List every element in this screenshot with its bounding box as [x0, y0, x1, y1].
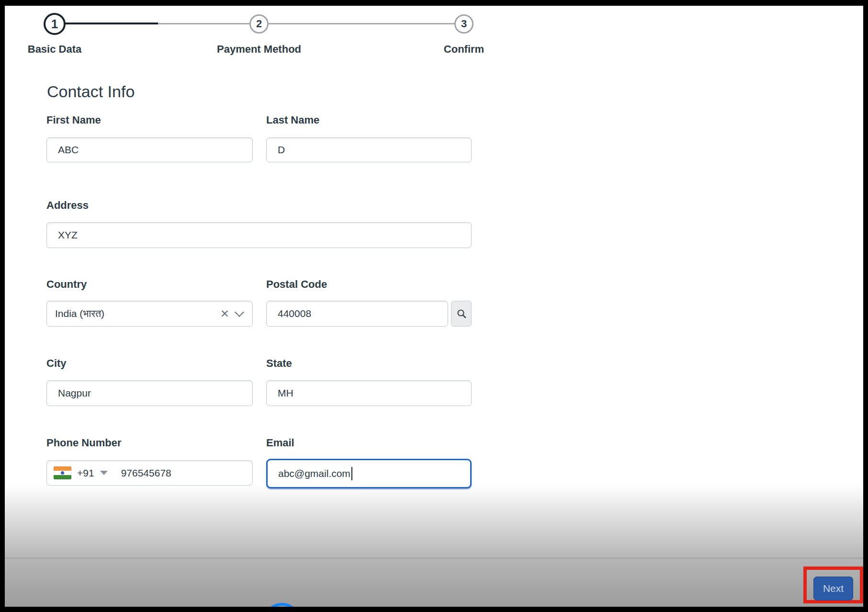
app-window: 1 2 3 Basic Data Payment Method Confirm … [5, 6, 863, 607]
address-field[interactable] [46, 222, 472, 248]
chevron-down-icon[interactable] [235, 307, 244, 317]
last-name-field[interactable] [266, 137, 472, 162]
phone-number-value: 976545678 [121, 467, 171, 479]
phone-number-field[interactable]: +91 976545678 [46, 460, 253, 486]
state-label: State [266, 357, 292, 370]
first-name-label: First Name [46, 114, 101, 126]
step-3-label: Confirm [444, 43, 484, 56]
dial-code-caret-down-icon[interactable] [100, 471, 108, 475]
step-3-number: 3 [461, 18, 467, 30]
email-label: Email [266, 437, 294, 449]
city-label: City [46, 357, 67, 370]
postal-code-label: Postal Code [266, 278, 327, 291]
country-label: Country [46, 278, 87, 291]
step-1-label: Basic Data [28, 43, 82, 56]
india-flag-icon [54, 466, 71, 479]
postal-code-field[interactable] [266, 301, 448, 327]
step-1-number: 1 [51, 17, 58, 32]
next-button[interactable]: Next [813, 577, 853, 601]
dial-code[interactable]: +91 [77, 467, 94, 479]
postal-code-search-button[interactable] [451, 301, 472, 327]
step-1-circle[interactable]: 1 [44, 13, 66, 35]
country-value: India (भारत) [47, 308, 104, 319]
page-title: Contact Info [47, 82, 135, 101]
step-2-number: 2 [256, 18, 262, 30]
phone-number-label: Phone Number [46, 437, 121, 449]
clear-x-icon[interactable]: ✕ [220, 308, 229, 319]
video-fade-overlay [5, 485, 863, 557]
last-name-label: Last Name [266, 114, 319, 126]
step-2-label: Payment Method [217, 43, 301, 56]
state-field[interactable] [266, 380, 472, 406]
stepper-progress [55, 23, 158, 24]
city-field[interactable] [46, 380, 253, 406]
footer-bar [5, 557, 863, 607]
text-cursor [351, 467, 352, 480]
step-3-circle[interactable]: 3 [454, 14, 473, 34]
search-icon [456, 308, 467, 319]
address-label: Address [46, 199, 89, 212]
first-name-field[interactable] [46, 137, 253, 162]
country-select[interactable]: India (भारत) ✕ [46, 301, 253, 327]
email-value: abc@gmail.com [268, 468, 350, 479]
step-2-circle[interactable]: 2 [249, 14, 269, 34]
email-field[interactable]: abc@gmail.com [266, 459, 472, 488]
flag-chakra [61, 471, 64, 475]
red-highlight-box: Next [803, 567, 863, 603]
